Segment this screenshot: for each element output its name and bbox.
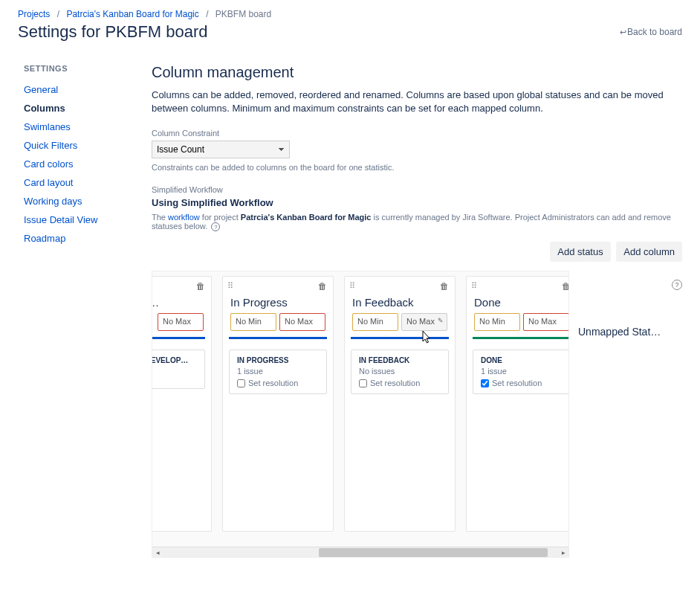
constraint-hint: Constraints can be added to columns on t… [152,163,682,172]
delete-column-icon[interactable]: 🗑 [196,281,205,292]
help-icon[interactable]: ? [211,222,220,231]
kanban-column[interactable]: ⠿ 🗑 Done No Min No Max D [466,276,568,532]
sidebar-heading: SETTINGS [24,64,122,73]
settings-sidebar: SETTINGS General Columns Swimlanes Quick… [18,64,122,558]
column-title[interactable]: In Progress [230,296,325,309]
min-input[interactable]: No Min [230,313,276,331]
sidebar-item-general[interactable]: General [24,80,122,99]
max-input[interactable]: No Max✎ [401,313,447,331]
status-name: IN FEEDBACK [359,356,441,364]
crumb-board[interactable]: Patrcia's Kanban Board for Magic [66,9,198,19]
kanban-column[interactable]: ⠿ 🗑 In Feedback No Min No Max✎ [344,276,456,532]
columns-scroll-wrap: 🗑 ed for D… No Max ED FOR DEVELOP… [152,271,569,558]
delete-column-icon[interactable]: 🗑 [440,281,449,292]
status-issues: 1 issue [237,367,319,376]
add-column-button[interactable]: Add column [616,242,682,262]
max-input[interactable]: No Max [523,313,568,331]
workflow-sub: Simplified Workflow [152,185,682,194]
status-card[interactable]: DONE 1 issue Set resolution [473,350,568,394]
status-name: IN PROGRESS [237,356,319,364]
section-title: Column management [152,64,682,81]
scroll-right-icon[interactable]: ▸ [558,547,568,558]
delete-column-icon[interactable]: 🗑 [562,281,568,292]
back-to-board-link[interactable]: ↩Back to board [620,27,682,37]
drag-handle-icon[interactable]: ⠿ [227,281,234,291]
min-input[interactable]: No Min [352,313,398,331]
status-name: DONE [481,356,563,364]
horizontal-scrollbar[interactable]: ◂ ▸ [152,547,568,557]
workflow-link[interactable]: workflow [168,213,200,222]
column-title[interactable]: Done [474,296,568,309]
sidebar-item-cardcolors[interactable]: Card colors [24,155,122,173]
column-title[interactable]: ed for D… [152,296,204,309]
status-card[interactable]: IN FEEDBACK No issues Set resolution [351,350,449,394]
sidebar-item-workingdays[interactable]: Working days [24,192,122,210]
column-bar [229,337,327,339]
status-issues: 1 issue [481,367,563,376]
set-resolution-check[interactable]: Set resolution [481,379,563,387]
crumb-projects[interactable]: Projects [18,9,50,19]
help-icon[interactable]: ? [672,280,682,290]
kanban-column[interactable]: 🗑 ed for D… No Max ED FOR DEVELOP… [152,276,212,532]
column-bar [152,337,205,339]
breadcrumb: Projects / Patrcia's Kanban Board for Ma… [18,9,682,19]
constraint-label: Column Constraint [152,129,682,138]
min-input[interactable]: No Min [474,313,520,331]
status-issues: No issues [359,367,441,376]
delete-column-icon[interactable]: 🗑 [318,281,327,292]
workflow-line: The workflow for project Patrcia's Kanba… [152,213,682,231]
unmapped-panel: ? Unmapped Stat… [578,271,682,558]
scroll-left-icon[interactable]: ◂ [152,547,163,558]
sidebar-item-quickfilters[interactable]: Quick Filters [24,136,122,155]
max-input[interactable]: No Max [158,313,204,331]
add-status-button[interactable]: Add status [550,242,610,262]
crumb-current: PKBFM board [215,9,271,19]
set-resolution-check[interactable]: Set resolution [359,379,441,387]
drag-handle-icon[interactable]: ⠿ [471,281,478,291]
status-name: ED FOR DEVELOP… [152,356,197,364]
status-card[interactable]: IN PROGRESS 1 issue Set resolution [229,350,327,394]
kanban-column[interactable]: ⠿ 🗑 In Progress No Min No Max [222,276,334,532]
set-resolution-check[interactable]: Set resolution [237,379,319,387]
max-input[interactable]: No Max [279,313,325,331]
sidebar-item-columns[interactable]: Columns [24,99,122,118]
sidebar-item-cardlayout[interactable]: Card layout [24,173,122,192]
pencil-icon: ✎ [438,317,444,324]
sidebar-item-issuedetail[interactable]: Issue Detail View [24,210,122,229]
drag-handle-icon[interactable]: ⠿ [349,281,356,291]
status-card[interactable]: ED FOR DEVELOP… resolution [152,350,205,389]
column-bar [351,337,449,339]
scroll-thumb[interactable] [319,548,548,557]
back-arrow-icon: ↩ [620,28,626,36]
constraint-select[interactable]: Issue Count [152,141,290,158]
sidebar-item-roadmap[interactable]: Roadmap [24,229,122,248]
unmapped-title: Unmapped Stat… [578,326,682,338]
column-title[interactable]: In Feedback [352,296,447,309]
workflow-strong: Using Simplified Workflow [152,197,682,208]
section-desc: Columns can be added, removed, reordered… [152,88,682,115]
column-bar [473,337,568,339]
page-title: Settings for PKBFM board [18,22,208,42]
sidebar-item-swimlanes[interactable]: Swimlanes [24,118,122,136]
